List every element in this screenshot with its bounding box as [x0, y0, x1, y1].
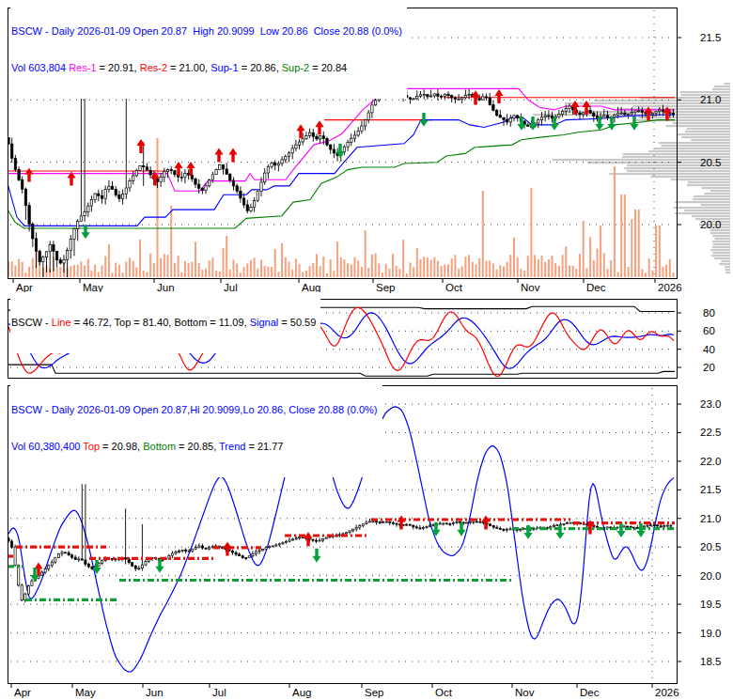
x-axis-label: Nov	[521, 282, 540, 293]
panel3-header-line2: Vol 60,380,400 Top = 20.98, Bottom = 20.…	[11, 441, 378, 453]
panel1-header-line1: BSCW - Daily 2026-01-09 Open 20.87 High …	[11, 25, 402, 38]
y-axis-label: 20.0	[700, 219, 721, 230]
x-axis-label: 2026	[655, 687, 679, 698]
line-Sup-2	[8, 120, 675, 228]
header-segment: = 20.85,	[176, 441, 219, 452]
y-axis-label: 20.5	[700, 157, 721, 168]
band-bottom	[8, 365, 675, 376]
panel1-header: BSCW - Daily 2026-01-09 Open 20.87 High …	[10, 1, 407, 99]
x-axis-label: Dec	[586, 282, 606, 293]
x-axis-label: Aug	[292, 687, 311, 698]
y-axis-label: 20.5	[700, 541, 721, 552]
header-segment: Signal	[250, 317, 279, 328]
header-segment: Vol 603,804	[11, 62, 69, 73]
header-segment: Sup-1	[211, 62, 238, 73]
y-axis-label: 23.0	[700, 398, 721, 410]
panel2-header: BSCW - Line = 46.72, Top = 81.40, Bottom…	[10, 292, 320, 353]
panel1-header-line2: Vol 603,804 Res-1 = 20.91, Res-2 = 21.00…	[11, 62, 402, 74]
header-segment: = 20.98,	[100, 441, 143, 452]
y-axis-label: 18.5	[700, 656, 721, 667]
y-axis-label: 22.5	[700, 427, 721, 438]
header-segment: BSCW -	[11, 317, 52, 328]
panel3-header-line1: BSCW - Daily 2026-01-09 Open 20.87,Hi 20…	[11, 404, 378, 416]
y-axis-label: 21.0	[700, 94, 721, 105]
header-segment: = 20.91,	[97, 62, 140, 73]
panel2-header-line: BSCW - Line = 46.72, Top = 81.40, Bottom…	[11, 317, 316, 329]
x-axis-label: Dec	[580, 687, 600, 698]
header-segment: = 20.86,	[239, 62, 282, 73]
x-axis-label: Oct	[435, 687, 453, 698]
y-axis-label: 22.0	[700, 456, 721, 467]
line-Sup-1	[8, 115, 675, 226]
header-segment: Top	[83, 441, 100, 452]
candles	[8, 484, 672, 602]
y-axis-label: 21.5	[700, 484, 721, 495]
x-axis-label: 2026	[658, 282, 682, 293]
header-segment: Bottom	[143, 441, 176, 452]
header-segment: Res-2	[140, 62, 167, 73]
y-axis-label: 60	[703, 325, 715, 336]
x-axis-label: Jul	[212, 687, 226, 698]
header-segment: = 46.72, Top = 81.40, Bottom = 11.09,	[71, 317, 250, 328]
y-axis-label: 40	[703, 344, 715, 355]
header-segment: Trend	[219, 441, 245, 452]
x-axis-label: Nov	[515, 687, 535, 698]
y-axis-label: 19.0	[700, 628, 721, 639]
x-axis-label: Oct	[445, 282, 463, 293]
dash-levels	[8, 520, 675, 599]
header-segment: Sup-2	[282, 62, 309, 73]
y-axis-label: 80	[703, 307, 715, 319]
header-segment: Res-1	[69, 62, 96, 73]
x-axis-label: Jun	[146, 687, 164, 698]
y-axis-label: 20	[703, 362, 715, 373]
header-segment: = 50.59	[278, 317, 316, 328]
y-axis-label: 19.5	[700, 599, 721, 610]
panel3-header: BSCW - Daily 2026-01-09 Open 20.87,Hi 20…	[10, 380, 382, 477]
header-segment: = 20.84	[309, 62, 347, 73]
x-axis-label: May	[75, 687, 96, 698]
chart-window: 21.521.020.520.0AprMayJunJulAugSepOctNov…	[0, 0, 733, 700]
y-axis-label: 20.0	[700, 570, 721, 582]
header-segment: = 21.00,	[167, 62, 211, 73]
x-axis-label: Sep	[376, 282, 395, 293]
header-segment: = 21.77	[245, 441, 283, 452]
x-axis-label: Apr	[14, 687, 31, 698]
header-segment: Vol 60,380,400	[11, 441, 83, 452]
header-segment: Line	[52, 317, 71, 328]
y-axis-label: 21.5	[700, 32, 721, 43]
y-axis-label: 21.0	[700, 513, 721, 524]
x-axis-label: Sep	[365, 687, 383, 698]
